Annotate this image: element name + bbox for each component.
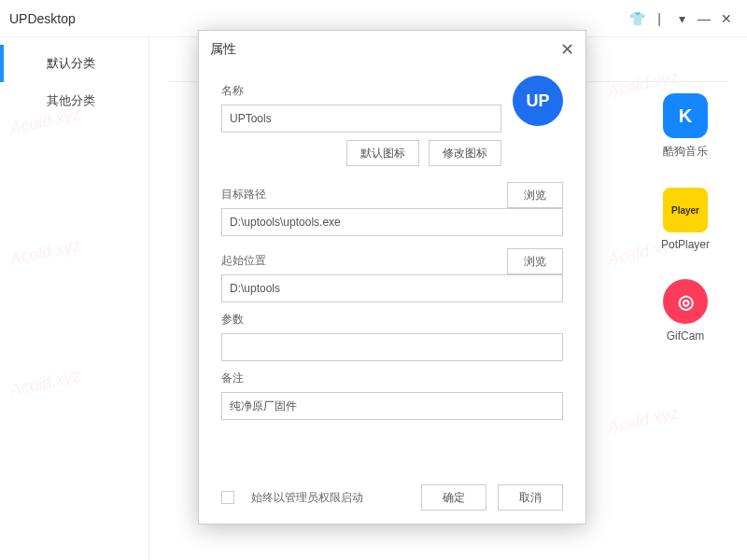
target-input[interactable] (221, 208, 563, 236)
browse-start-button[interactable]: 浏览 (507, 248, 563, 274)
admin-label: 始终以管理员权限启动 (251, 490, 410, 506)
remark-label: 备注 (221, 371, 563, 386)
target-label: 目标路径 (221, 187, 496, 203)
name-row: 名称 默认图标 修改图标 UP (221, 76, 563, 166)
modal-header: 属性 ✕ (199, 31, 585, 68)
up-icon: UP (513, 76, 563, 126)
cancel-button[interactable]: 取消 (498, 484, 563, 511)
name-input[interactable] (221, 105, 501, 133)
start-label: 起始位置 (221, 253, 496, 269)
start-input[interactable] (221, 274, 563, 302)
modal-overlay: 属性 ✕ 名称 默认图标 修改图标 UP 目标路径 浏览 (0, 0, 747, 560)
properties-modal: 属性 ✕ 名称 默认图标 修改图标 UP 目标路径 浏览 (198, 30, 586, 525)
change-icon-button[interactable]: 修改图标 (429, 140, 501, 166)
name-label: 名称 (221, 83, 501, 99)
modal-footer: 始终以管理员权限启动 确定 取消 (199, 471, 585, 524)
modal-title: 属性 (210, 41, 560, 58)
args-input[interactable] (221, 333, 563, 361)
ok-button[interactable]: 确定 (421, 484, 486, 511)
default-icon-button[interactable]: 默认图标 (346, 140, 419, 166)
close-icon[interactable]: ✕ (560, 39, 574, 60)
args-label: 参数 (221, 312, 563, 328)
admin-checkbox[interactable] (221, 491, 234, 504)
browse-target-button[interactable]: 浏览 (507, 182, 563, 208)
remark-input[interactable] (221, 392, 563, 420)
modal-body: 名称 默认图标 修改图标 UP 目标路径 浏览 起始位置 (199, 68, 585, 471)
